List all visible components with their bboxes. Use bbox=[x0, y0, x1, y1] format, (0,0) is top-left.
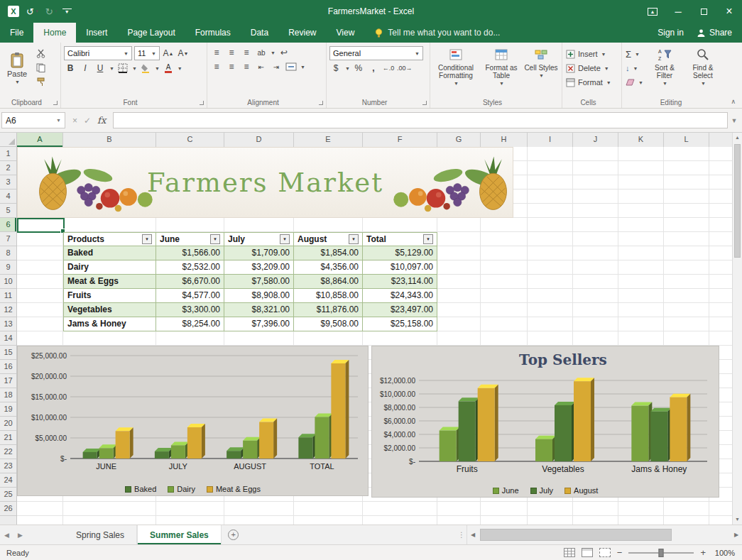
name-box[interactable]: A6 ▼ bbox=[1, 112, 65, 128]
row-header-7[interactable]: 7 bbox=[0, 232, 16, 246]
borders-icon[interactable] bbox=[116, 62, 129, 75]
table-cell[interactable]: Vegetables bbox=[63, 303, 156, 317]
table-header-cell[interactable]: Products▼ bbox=[63, 232, 156, 246]
table-cell[interactable]: $10,097.00 bbox=[363, 260, 437, 275]
italic-button[interactable]: I bbox=[79, 62, 92, 75]
table-cell[interactable]: $6,670.00 bbox=[156, 275, 224, 289]
font-color-icon[interactable]: A bbox=[162, 62, 175, 75]
zoom-slider[interactable] bbox=[628, 552, 694, 554]
row-header-12[interactable]: 12 bbox=[0, 303, 16, 317]
font-name-combo[interactable]: Calibri▼ bbox=[64, 46, 132, 60]
column-header-K[interactable]: K bbox=[618, 133, 664, 147]
autosum-button[interactable]: Σ▼ bbox=[624, 48, 645, 60]
insert-cells-button[interactable]: Insert ▼ bbox=[564, 48, 619, 60]
column-header-D[interactable]: D bbox=[224, 133, 294, 147]
table-cell[interactable]: Baked bbox=[63, 246, 156, 260]
row-header-16[interactable]: 16 bbox=[0, 360, 16, 374]
tell-me-box[interactable]: Tell me what you want to do... bbox=[374, 23, 500, 43]
tab-page-layout[interactable]: Page Layout bbox=[117, 23, 185, 43]
insert-function-icon[interactable]: fx bbox=[97, 115, 106, 126]
number-dialog-launcher-icon[interactable] bbox=[422, 101, 427, 105]
vertical-scrollbar[interactable]: ▲ ▼ bbox=[732, 133, 742, 525]
align-bottom-icon[interactable]: ≡ bbox=[240, 46, 253, 59]
table-cell[interactable]: $11,876.00 bbox=[294, 303, 363, 317]
row-header-21[interactable]: 21 bbox=[0, 431, 16, 445]
minimize-icon[interactable]: ─ bbox=[665, 0, 691, 23]
zoom-level[interactable]: 100% bbox=[712, 549, 735, 557]
sheet-nav-left-icon[interactable]: ◀ bbox=[0, 525, 13, 544]
table-cell[interactable]: Meat & Eggs bbox=[63, 275, 156, 289]
share-button[interactable]: Share bbox=[697, 28, 732, 38]
row-header-26[interactable]: 26 bbox=[0, 502, 16, 516]
column-header-C[interactable]: C bbox=[156, 133, 224, 147]
sheet-tab-summer-sales[interactable]: Summer Sales bbox=[137, 525, 222, 544]
table-cell[interactable]: $4,356.00 bbox=[294, 260, 363, 275]
horizontal-scrollbar[interactable]: ◀ ▶ bbox=[467, 525, 742, 544]
page-break-view-icon[interactable] bbox=[599, 548, 611, 557]
active-cell-a6[interactable] bbox=[17, 218, 65, 233]
tab-scroll-split-handle[interactable]: ⋮ bbox=[457, 525, 467, 544]
sign-in-link[interactable]: Sign in bbox=[658, 28, 684, 38]
filter-dropdown-icon[interactable]: ▼ bbox=[423, 234, 433, 244]
row-header-15[interactable]: 15 bbox=[0, 346, 16, 360]
sort-filter-button[interactable]: AZ Sort & Filter ▼ bbox=[646, 45, 683, 90]
row-header-6[interactable]: 6 bbox=[0, 218, 16, 232]
table-cell[interactable]: $23,114.00 bbox=[363, 275, 437, 289]
format-as-table-button[interactable]: Format as Table ▼ bbox=[479, 45, 523, 90]
format-cells-button[interactable]: Format ▼ bbox=[564, 76, 619, 89]
format-painter-button[interactable] bbox=[33, 76, 48, 88]
row-header-13[interactable]: 13 bbox=[0, 317, 16, 331]
table-cell[interactable]: $8,864.00 bbox=[294, 275, 363, 289]
horizontal-scrollbar-thumb[interactable] bbox=[480, 529, 672, 541]
table-cell[interactable]: $24,343.00 bbox=[363, 289, 437, 303]
row-header-3[interactable]: 3 bbox=[0, 175, 16, 190]
align-right-icon[interactable]: ≡ bbox=[240, 60, 253, 73]
table-cell[interactable]: $3,209.00 bbox=[224, 260, 294, 275]
customize-quick-access-icon[interactable]: ▼ bbox=[62, 9, 72, 14]
column-header-L[interactable]: L bbox=[664, 133, 709, 147]
row-header-11[interactable]: 11 bbox=[0, 289, 16, 303]
table-header-cell[interactable]: August▼ bbox=[294, 232, 363, 246]
row-header-5[interactable]: 5 bbox=[0, 204, 16, 218]
increase-decimal-icon[interactable]: ←.0 bbox=[382, 62, 395, 75]
row-header-22[interactable]: 22 bbox=[0, 445, 16, 459]
row-header-2[interactable]: 2 bbox=[0, 161, 16, 175]
filter-dropdown-icon[interactable]: ▼ bbox=[142, 234, 152, 244]
orientation-icon[interactable]: ab bbox=[255, 46, 268, 59]
expand-formula-bar-icon[interactable]: ▼ bbox=[728, 117, 741, 124]
underline-dropdown-icon[interactable]: ▼ bbox=[109, 66, 114, 71]
table-cell[interactable]: Dairy bbox=[63, 260, 156, 275]
table-cell[interactable]: $4,577.00 bbox=[156, 289, 224, 303]
increase-indent-icon[interactable]: ⇥ bbox=[270, 60, 283, 73]
increase-font-icon[interactable]: A▲ bbox=[162, 47, 175, 60]
enter-icon[interactable]: ✓ bbox=[84, 116, 91, 126]
bold-button[interactable]: B bbox=[64, 62, 77, 75]
row-header-23[interactable]: 23 bbox=[0, 459, 16, 473]
scroll-down-icon[interactable]: ▼ bbox=[733, 515, 742, 525]
row-header-19[interactable]: 19 bbox=[0, 402, 16, 417]
horizontal-scrollbar-track[interactable] bbox=[479, 525, 731, 544]
tab-review[interactable]: Review bbox=[278, 23, 326, 43]
accounting-format-icon[interactable]: $ bbox=[329, 62, 342, 75]
find-select-button[interactable]: Find & Select ▼ bbox=[684, 45, 721, 90]
column-header-A[interactable]: A bbox=[17, 133, 63, 147]
column-header-J[interactable]: J bbox=[573, 133, 618, 147]
tab-home[interactable]: Home bbox=[33, 23, 76, 43]
zoom-slider-thumb[interactable] bbox=[659, 549, 664, 557]
tab-insert[interactable]: Insert bbox=[76, 23, 117, 43]
table-cell[interactable]: Jams & Honey bbox=[63, 317, 156, 331]
font-size-combo[interactable]: 11▼ bbox=[134, 46, 160, 60]
decrease-font-icon[interactable]: A▼ bbox=[177, 47, 190, 60]
table-cell[interactable]: $10,858.00 bbox=[294, 289, 363, 303]
table-cell[interactable]: $8,321.00 bbox=[224, 303, 294, 317]
delete-cells-button[interactable]: Delete ▼ bbox=[564, 62, 619, 75]
name-box-dropdown-icon[interactable]: ▼ bbox=[56, 118, 61, 123]
font-dialog-launcher-icon[interactable] bbox=[200, 101, 204, 105]
fill-button[interactable]: ↓▼ bbox=[624, 62, 645, 75]
normal-view-icon[interactable] bbox=[564, 548, 575, 557]
align-left-icon[interactable]: ≡ bbox=[210, 60, 223, 73]
farmers-market-banner-image[interactable]: Farmers Market bbox=[17, 147, 513, 218]
comma-style-icon[interactable]: , bbox=[367, 62, 380, 75]
row-header-8[interactable]: 8 bbox=[0, 246, 16, 260]
table-cell[interactable]: $1,854.00 bbox=[294, 246, 363, 260]
